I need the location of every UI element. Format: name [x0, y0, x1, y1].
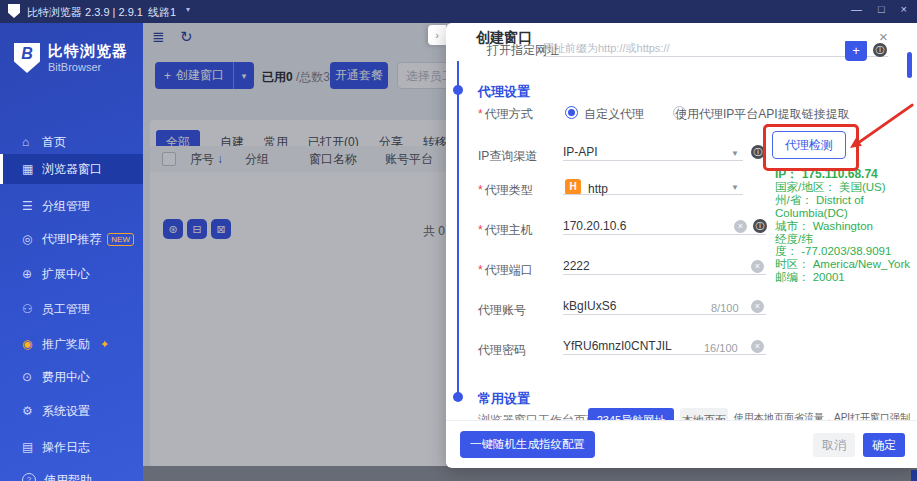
clear-icon[interactable]: × [734, 220, 747, 233]
sidebar: B 比特浏览器 BitBrowser ⌂ 首页 ▦ 浏览器窗口 ☰ 分组管理 ◎… [0, 23, 143, 481]
browser-windows-icon: ▦ [22, 162, 42, 176]
sidebar-item-label: 代理IP推荐 [42, 231, 101, 248]
gear-icon: ⚙ [22, 404, 42, 418]
result-country: 国家/地区： 美国(US) [775, 181, 917, 194]
result-zipcode: 邮编： 20001 [775, 271, 917, 284]
clear-icon[interactable]: × [751, 260, 764, 273]
section-dot [453, 392, 463, 402]
proxy-section-title: 代理设置 [478, 83, 530, 101]
required-mark: * [478, 107, 483, 121]
workbench-nav-option[interactable]: 2345导航网址 [588, 408, 674, 420]
clear-icon[interactable]: × [751, 340, 764, 353]
proxy-user-label: 代理账号 [478, 302, 526, 319]
result-state: 州/省： District of [775, 194, 917, 207]
sidebar-item-billing-center[interactable]: ⊙ 费用中心 [0, 362, 143, 392]
chevron-down-icon[interactable]: ▼ [731, 183, 739, 192]
sidebar-item-label: 扩展中心 [42, 266, 90, 283]
sidebar-item-system-settings[interactable]: ⚙ 系统设置 [0, 396, 143, 426]
radio-custom-proxy-label[interactable]: 自定义代理 [584, 106, 644, 123]
ip-channel-value: IP-API [563, 145, 598, 159]
sidebar-item-label: 费用中心 [42, 369, 90, 386]
dialog-scroll-area: 打开指定网址 网址前缀为http://或https:// + ⓘ 代理设置 *代… [446, 41, 917, 420]
result-state2: Columbia(DC) [775, 207, 917, 220]
section-timeline [457, 61, 459, 397]
home-icon: ⌂ [22, 135, 42, 149]
radio-custom-proxy[interactable] [565, 106, 578, 119]
line-selector[interactable]: 线路1 [148, 5, 176, 20]
clear-icon[interactable]: × [751, 300, 764, 313]
char-counter: 8/100 [711, 302, 739, 314]
result-timezone: 时区： America/New_York [775, 258, 917, 271]
proxy-user-value: kBgIUxS6 [563, 299, 616, 313]
sidebar-item-employee-management[interactable]: ⚇ 员工管理 [0, 294, 143, 324]
log-icon: ▤ [22, 440, 42, 454]
sidebar-item-extension-center[interactable]: ⊕ 扩展中心 [0, 259, 143, 289]
brand-letter: B [14, 45, 40, 63]
billing-icon: ⊙ [22, 370, 42, 384]
proxy-type-value: http [588, 182, 608, 196]
result-city: 城市： Washington [775, 220, 917, 233]
ip-channel-label: IP查询渠道 [478, 148, 537, 165]
proxy-method-label: *代理方式 [478, 106, 533, 123]
result-lnglat-label: 经度/纬 [775, 233, 917, 246]
sidebar-item-proxy-ip[interactable]: ◎ 代理IP推荐 NEW [0, 224, 143, 254]
extension-icon: ⊕ [22, 267, 42, 281]
dialog-collapse-tab[interactable]: › [428, 25, 446, 45]
add-url-button[interactable]: + [845, 41, 867, 61]
proxy-port-input[interactable]: 2222 [563, 256, 766, 275]
dialog-scrollbar-thumb[interactable] [907, 52, 912, 78]
sidebar-item-home[interactable]: ⌂ 首页 [0, 127, 143, 157]
proxy-port-label: *代理端口 [478, 262, 533, 279]
chevron-down-icon[interactable]: ▼ [731, 149, 739, 158]
brand-title: 比特浏览器 [48, 42, 128, 61]
app-title: 比特浏览器 2.3.9 | 2.9.1 [27, 5, 143, 20]
sidebar-item-promotion-rewards[interactable]: ◉ 推广奖励 ✦ [0, 329, 143, 359]
chevron-down-icon[interactable]: ▾ [186, 5, 190, 14]
annotation-highlight-box [763, 124, 859, 171]
proxy-host-label: *代理主机 [478, 222, 533, 239]
sidebar-item-help[interactable]: ? 使用帮助 [0, 465, 143, 481]
workbench-label: 浏览器窗口工作台页面 [478, 412, 598, 420]
location-icon: ◎ [22, 232, 42, 246]
sidebar-item-label: 分组管理 [42, 198, 90, 215]
open-url-input[interactable]: 网址前缀为http://或https:// [543, 41, 888, 57]
proxy-pass-label: 代理密码 [478, 342, 526, 359]
info-icon[interactable]: ⓘ [753, 219, 767, 233]
maximize-button[interactable]: □ [878, 3, 885, 15]
confirm-button[interactable]: 确定 [863, 433, 905, 457]
proxy-check-result: IP： 175.110.68.74 国家/地区： 美国(US) 州/省： Dis… [775, 168, 917, 284]
minimize-button[interactable]: — [851, 3, 862, 15]
required-mark: * [478, 223, 483, 237]
section-dot [453, 85, 463, 95]
chevron-right-icon: › [435, 29, 439, 41]
info-icon[interactable]: ⓘ [873, 43, 887, 57]
close-window-button[interactable]: × [901, 3, 907, 15]
common-section-title: 常用设置 [478, 390, 530, 408]
workbench-local-option[interactable]: 本地页面 [680, 408, 728, 420]
char-counter: 16/100 [704, 342, 738, 354]
result-lnglat: 度： -77.0203/38.9091 [775, 245, 917, 258]
sidebar-item-operation-log[interactable]: ▤ 操作日志 [0, 432, 143, 462]
new-badge: NEW [107, 233, 134, 246]
dialog-footer: 一键随机生成指纹配置 取消 确定 [446, 420, 917, 468]
sidebar-item-label: 浏览器窗口 [42, 161, 102, 178]
generate-fingerprint-button[interactable]: 一键随机生成指纹配置 [460, 431, 595, 458]
proxy-pass-value: YfRU6mnzI0CNTJIL [563, 339, 672, 353]
sparkle-icon: ✦ [100, 338, 109, 351]
workbench-note: 使用本地页面省流量，API打开窗口强制 [734, 411, 910, 420]
layers-icon: ☰ [22, 199, 42, 213]
sidebar-item-label: 操作日志 [42, 439, 90, 456]
users-icon: ⚇ [22, 302, 42, 316]
proxy-host-value: 170.20.10.6 [563, 219, 626, 233]
sidebar-item-group-management[interactable]: ☰ 分组管理 [0, 191, 143, 221]
sidebar-item-browser-windows[interactable]: ▦ 浏览器窗口 [0, 154, 143, 184]
brand-subtitle: BitBrowser [48, 61, 101, 73]
ip-channel-select[interactable]: IP-API [563, 142, 743, 161]
app-logo-icon [8, 4, 20, 18]
radio-api-proxy-label[interactable]: 使用代理IP平台API提取链接提取 [675, 106, 850, 123]
cancel-button[interactable]: 取消 [813, 433, 855, 457]
sidebar-item-label: 推广奖励 [42, 336, 90, 353]
window-titlebar: 比特浏览器 2.3.9 | 2.9.1 线路1 ▾ — □ × [0, 0, 917, 23]
proxy-port-value: 2222 [563, 259, 590, 273]
proxy-type-label: *代理类型 [478, 182, 533, 199]
